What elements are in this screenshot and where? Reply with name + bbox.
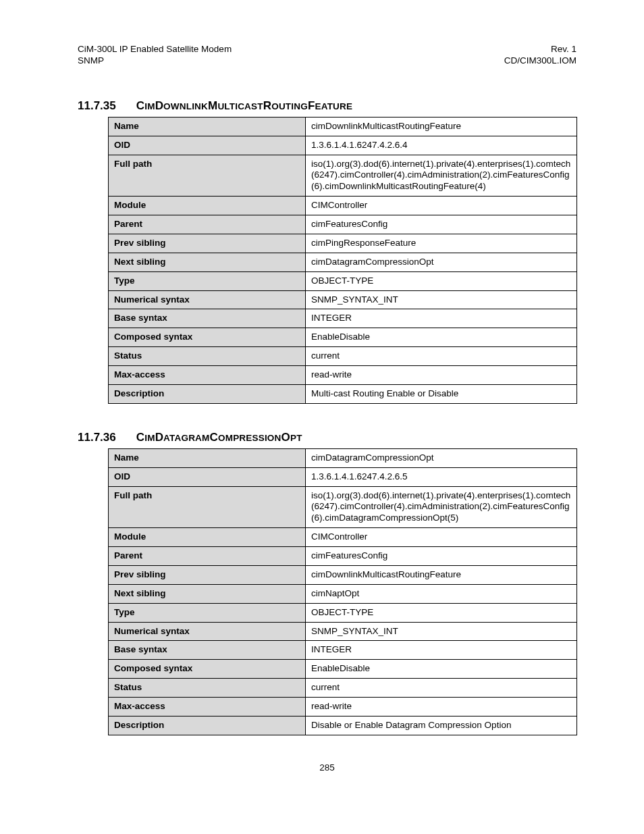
table-row: OID1.3.6.1.4.1.6247.4.2.6.4: [109, 136, 577, 155]
table-row: ParentcimFeaturesConfig: [109, 215, 577, 234]
header-doc: CD/CIM300L.IOM: [504, 55, 576, 67]
row-label: Base syntax: [109, 309, 306, 328]
row-value: cimDatagramCompressionOpt: [306, 253, 577, 271]
row-label: Full path: [109, 155, 306, 197]
header-topic: SNMP: [78, 55, 232, 67]
table-row: ParentcimFeaturesConfig: [109, 547, 577, 566]
table-row: DescriptionDisable or Enable Datagram Co…: [109, 716, 577, 735]
header-product: CiM-300L IP Enabled Satellite Modem: [78, 44, 232, 55]
table-row: TypeOBJECT-TYPE: [109, 271, 577, 290]
table-row: Max-accessread-write: [109, 698, 577, 716]
row-label: Parent: [109, 547, 306, 566]
document-page: CiM-300L IP Enabled Satellite Modem SNMP…: [0, 0, 644, 800]
table-row: Next siblingcimDatagramCompressionOpt: [109, 253, 577, 271]
row-value: current: [306, 679, 577, 698]
row-label: Numerical syntax: [109, 290, 306, 309]
row-value: cimDatagramCompressionOpt: [306, 448, 577, 467]
row-label: Base syntax: [109, 641, 306, 660]
row-value: 1.3.6.1.4.1.6247.4.2.6.4: [306, 136, 577, 155]
table-row: Max-accessread-write: [109, 366, 577, 385]
table-row: TypeOBJECT-TYPE: [109, 603, 577, 622]
row-value: CIMController: [306, 197, 577, 215]
table-row: Full pathiso(1).org(3).dod(6).internet(1…: [109, 486, 577, 528]
row-label: Full path: [109, 486, 306, 528]
header-right: Rev. 1 CD/CIM300L.IOM: [504, 44, 576, 67]
row-label: OID: [109, 467, 306, 486]
page-header: CiM-300L IP Enabled Satellite Modem SNMP…: [78, 44, 576, 67]
section-heading: 11.7.36CIMDATAGRAMCOMPRESSIONOPT: [78, 431, 576, 444]
mib-table: NamecimDownlinkMulticastRoutingFeatureOI…: [108, 117, 577, 404]
table-row: OID1.3.6.1.4.1.6247.4.2.6.5: [109, 467, 577, 486]
table-row: Statuscurrent: [109, 679, 577, 698]
row-value: EnableDisable: [306, 328, 577, 347]
row-value: iso(1).org(3).dod(6).internet(1).private…: [306, 486, 577, 528]
row-label: Module: [109, 528, 306, 547]
row-label: Type: [109, 271, 306, 290]
table-row: Numerical syntaxSNMP_SYNTAX_INT: [109, 622, 577, 641]
row-value: SNMP_SYNTAX_INT: [306, 622, 577, 641]
section-number: 11.7.36: [78, 431, 116, 444]
row-label: Description: [109, 384, 306, 403]
section-heading: 11.7.35CIMDOWNLINKMULTICASTROUTINGFEATUR…: [78, 99, 576, 113]
row-label: Numerical syntax: [109, 622, 306, 641]
row-value: CIMController: [306, 528, 577, 547]
row-value: cimPingResponseFeature: [306, 234, 577, 253]
page-number: 285: [78, 762, 576, 773]
table-row: Base syntaxINTEGER: [109, 309, 577, 328]
row-label: Next sibling: [109, 584, 306, 603]
row-label: Composed syntax: [109, 660, 306, 679]
row-value: INTEGER: [306, 641, 577, 660]
row-label: Composed syntax: [109, 328, 306, 347]
row-value: current: [306, 347, 577, 366]
row-label: Parent: [109, 215, 306, 234]
table-row: NamecimDatagramCompressionOpt: [109, 448, 577, 467]
row-label: Max-access: [109, 698, 306, 716]
header-left: CiM-300L IP Enabled Satellite Modem SNMP: [78, 44, 232, 67]
table-row: DescriptionMulti-cast Routing Enable or …: [109, 384, 577, 403]
row-value: read-write: [306, 698, 577, 716]
row-label: Prev sibling: [109, 565, 306, 584]
table-row: Statuscurrent: [109, 347, 577, 366]
table-row: Full pathiso(1).org(3).dod(6).internet(1…: [109, 155, 577, 197]
row-value: cimFeaturesConfig: [306, 215, 577, 234]
section-number: 11.7.35: [78, 99, 116, 112]
row-label: Type: [109, 603, 306, 622]
row-value: EnableDisable: [306, 660, 577, 679]
row-value: cimDownlinkMulticastRoutingFeature: [306, 565, 577, 584]
row-value: Disable or Enable Datagram Compression O…: [306, 716, 577, 735]
table-row: Base syntaxINTEGER: [109, 641, 577, 660]
section-title: CIMDATAGRAMCOMPRESSIONOPT: [136, 432, 302, 443]
row-label: Name: [109, 117, 306, 136]
row-value: cimDownlinkMulticastRoutingFeature: [306, 117, 577, 136]
section-title: CIMDOWNLINKMULTICASTROUTINGFEATURE: [136, 100, 352, 111]
table-row: Prev siblingcimPingResponseFeature: [109, 234, 577, 253]
row-label: Max-access: [109, 366, 306, 385]
row-value: OBJECT-TYPE: [306, 271, 577, 290]
table-row: Numerical syntaxSNMP_SYNTAX_INT: [109, 290, 577, 309]
table-row: Composed syntaxEnableDisable: [109, 660, 577, 679]
row-value: cimNaptOpt: [306, 584, 577, 603]
row-value: OBJECT-TYPE: [306, 603, 577, 622]
table-row: ModuleCIMController: [109, 528, 577, 547]
row-label: Prev sibling: [109, 234, 306, 253]
row-label: Next sibling: [109, 253, 306, 271]
row-label: Description: [109, 716, 306, 735]
row-value: INTEGER: [306, 309, 577, 328]
table-row: Prev siblingcimDownlinkMulticastRoutingF…: [109, 565, 577, 584]
row-label: Status: [109, 347, 306, 366]
row-value: iso(1).org(3).dod(6).internet(1).private…: [306, 155, 577, 197]
table-row: ModuleCIMController: [109, 197, 577, 215]
table-row: NamecimDownlinkMulticastRoutingFeature: [109, 117, 577, 136]
row-label: Status: [109, 679, 306, 698]
table-row: Next siblingcimNaptOpt: [109, 584, 577, 603]
row-value: 1.3.6.1.4.1.6247.4.2.6.5: [306, 467, 577, 486]
table-row: Composed syntaxEnableDisable: [109, 328, 577, 347]
row-value: Multi-cast Routing Enable or Disable: [306, 384, 577, 403]
row-value: read-write: [306, 366, 577, 385]
mib-table: NamecimDatagramCompressionOptOID1.3.6.1.…: [108, 448, 577, 735]
row-label: Name: [109, 448, 306, 467]
row-label: Module: [109, 197, 306, 215]
row-value: SNMP_SYNTAX_INT: [306, 290, 577, 309]
row-label: OID: [109, 136, 306, 155]
header-rev: Rev. 1: [504, 44, 576, 55]
